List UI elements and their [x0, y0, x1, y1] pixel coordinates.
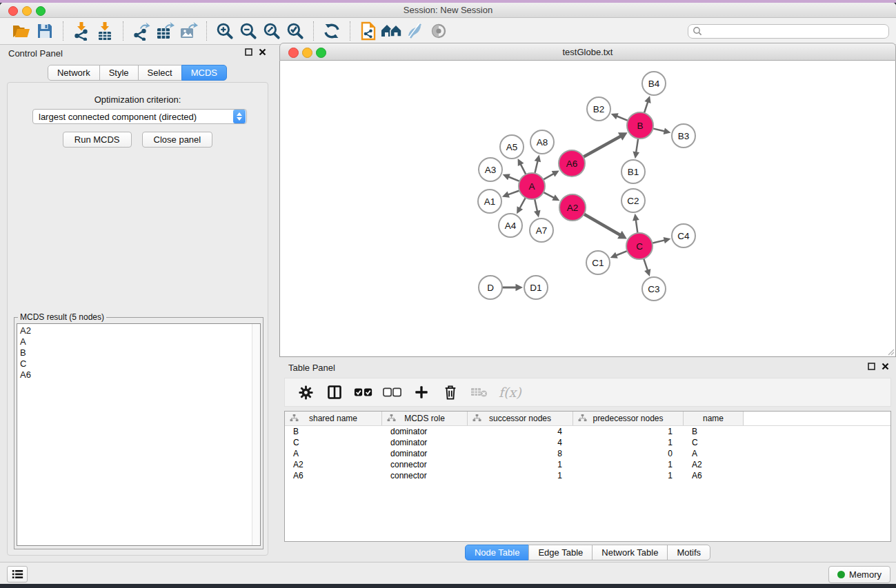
- mcds-result-item[interactable]: A2: [20, 325, 260, 336]
- import-network-icon[interactable]: [70, 21, 93, 41]
- export-table-icon[interactable]: [153, 21, 177, 41]
- mcds-result-list-box[interactable]: A2ABCA6: [17, 323, 261, 546]
- network-canvas[interactable]: AA1A2A3A4A5A6A7A8BB1B2B3B4CC1C2C3C4DD1: [279, 61, 896, 357]
- open-session-icon[interactable]: [10, 21, 33, 41]
- graph-node-C2[interactable]: C2: [621, 189, 645, 212]
- graph-edge-B-B1[interactable]: [636, 139, 638, 152]
- tab-motifs[interactable]: Motifs: [667, 545, 710, 560]
- graph-node-C[interactable]: C: [626, 233, 653, 259]
- graph-edge-A-A7[interactable]: [535, 200, 537, 211]
- column-header-MCDS-role[interactable]: MCDS role: [382, 412, 468, 425]
- graph-edge-B-B2[interactable]: [617, 116, 628, 121]
- close-table-panel-icon[interactable]: [882, 363, 889, 370]
- graph-node-A6[interactable]: A6: [559, 150, 585, 176]
- tab-style[interactable]: Style: [99, 65, 139, 81]
- table-row[interactable]: Bdominator41B: [285, 426, 890, 437]
- delete-column-icon[interactable]: [441, 383, 460, 402]
- graph-node-C1[interactable]: C1: [586, 251, 610, 274]
- graph-node-A2[interactable]: A2: [559, 194, 586, 221]
- mcds-result-item[interactable]: B: [20, 347, 260, 358]
- graph-edge-A-A5[interactable]: [521, 165, 526, 174]
- graph-node-B[interactable]: B: [627, 112, 653, 139]
- graph-node-A[interactable]: A: [519, 173, 545, 199]
- close-panel-icon[interactable]: [259, 48, 266, 56]
- graph-node-A5[interactable]: A5: [500, 135, 524, 159]
- graph-node-C4[interactable]: C4: [672, 224, 695, 247]
- mcds-result-item[interactable]: C: [20, 358, 260, 369]
- tab-network[interactable]: Network: [48, 65, 100, 81]
- zoom-selected-icon[interactable]: [283, 21, 307, 41]
- close-panel-button[interactable]: Close panel: [142, 132, 213, 148]
- graph-edge-C-C2[interactable]: [636, 221, 637, 232]
- mcds-result-item[interactable]: A: [20, 336, 260, 347]
- graph-node-D1[interactable]: D1: [524, 276, 548, 299]
- table-row[interactable]: Cdominator41C: [285, 437, 890, 448]
- save-session-icon[interactable]: [33, 21, 57, 41]
- delete-table-icon[interactable]: [470, 383, 489, 402]
- graph-node-B4[interactable]: B4: [642, 72, 666, 95]
- graph-edge-A6-B[interactable]: [584, 136, 620, 156]
- graph-node-A7[interactable]: A7: [530, 219, 553, 242]
- graph-node-D[interactable]: D: [479, 276, 502, 299]
- graph-edge-A-A2[interactable]: [544, 192, 554, 197]
- graph-edge-B-B4[interactable]: [644, 103, 648, 112]
- add-column-icon[interactable]: [412, 383, 431, 402]
- run-mcds-button[interactable]: Run MCDS: [63, 132, 132, 148]
- graph-node-A3[interactable]: A3: [479, 158, 502, 181]
- zoom-fit-icon[interactable]: [260, 21, 283, 41]
- zoom-out-icon[interactable]: [237, 21, 260, 41]
- zoom-in-icon[interactable]: [213, 21, 237, 41]
- tab-node-table[interactable]: Node Table: [465, 545, 530, 560]
- split-columns-icon[interactable]: [325, 383, 344, 402]
- optimization-criterion-select[interactable]: largest connected component (directed): [32, 109, 247, 124]
- graph-node-A1[interactable]: A1: [478, 190, 501, 213]
- export-image-icon[interactable]: [177, 21, 200, 41]
- graph-edge-A-A1[interactable]: [508, 191, 519, 194]
- column-header-name[interactable]: name: [684, 412, 744, 425]
- column-header-predecessor-nodes[interactable]: predecessor nodes: [573, 412, 684, 425]
- settings-gear-icon[interactable]: [296, 383, 315, 402]
- graph-edge-C-C3[interactable]: [644, 259, 647, 270]
- graph-node-B3[interactable]: B3: [672, 124, 695, 148]
- graph-node-C3[interactable]: C3: [642, 277, 666, 301]
- tab-mcds[interactable]: MCDS: [181, 65, 227, 81]
- home-pair-icon[interactable]: [380, 21, 404, 41]
- export-network-icon[interactable]: [130, 21, 153, 41]
- column-header-shared-name[interactable]: shared name: [285, 412, 382, 425]
- function-builder-icon[interactable]: f(x): [499, 383, 521, 402]
- resize-grip-icon[interactable]: [886, 347, 895, 356]
- table-row[interactable]: A2connector11A2: [285, 459, 890, 470]
- tab-edge-table[interactable]: Edge Table: [528, 545, 593, 560]
- graph-node-A4[interactable]: A4: [499, 214, 522, 237]
- table-row[interactable]: Adominator80A: [285, 448, 890, 459]
- graph-edge-B-B3[interactable]: [653, 129, 664, 132]
- graph-edge-A2-C[interactable]: [584, 214, 619, 235]
- network-window-titlebar[interactable]: testGlobe.txt: [279, 43, 896, 61]
- graph-node-A8[interactable]: A8: [530, 130, 554, 154]
- show-hide-eye-icon[interactable]: [427, 21, 450, 41]
- refresh-icon[interactable]: [320, 21, 344, 41]
- tab-select[interactable]: Select: [138, 65, 182, 81]
- graph-node-B2[interactable]: B2: [587, 97, 610, 121]
- graph-edge-C-C1[interactable]: [617, 251, 627, 255]
- graph-edge-A-A4[interactable]: [520, 199, 526, 208]
- search-input[interactable]: [688, 24, 889, 39]
- graph-edge-C-C4[interactable]: [653, 241, 664, 243]
- graph-edge-A-A8[interactable]: [535, 161, 538, 172]
- memory-button[interactable]: Memory: [828, 566, 890, 583]
- graph-node-B1[interactable]: B1: [621, 160, 645, 183]
- column-header-successor-nodes[interactable]: successor nodes: [468, 412, 573, 425]
- tab-network-table[interactable]: Network Table: [592, 545, 668, 560]
- float-table-panel-icon[interactable]: [868, 363, 875, 370]
- hide-graphics-details-icon[interactable]: [404, 21, 427, 41]
- mcds-result-item[interactable]: A6: [20, 369, 260, 381]
- deselect-all-checkboxes-icon[interactable]: [383, 383, 402, 402]
- network-file-share-icon[interactable]: [357, 21, 380, 41]
- mcds-list-scrollbar[interactable]: [252, 324, 260, 545]
- task-history-button[interactable]: [7, 566, 28, 582]
- table-row[interactable]: A6connector11A6: [285, 470, 890, 481]
- float-panel-icon[interactable]: [245, 48, 252, 56]
- graph-edge-A-A3[interactable]: [509, 177, 519, 181]
- select-all-checkboxes-icon[interactable]: [354, 383, 373, 402]
- import-table-icon[interactable]: [93, 21, 117, 41]
